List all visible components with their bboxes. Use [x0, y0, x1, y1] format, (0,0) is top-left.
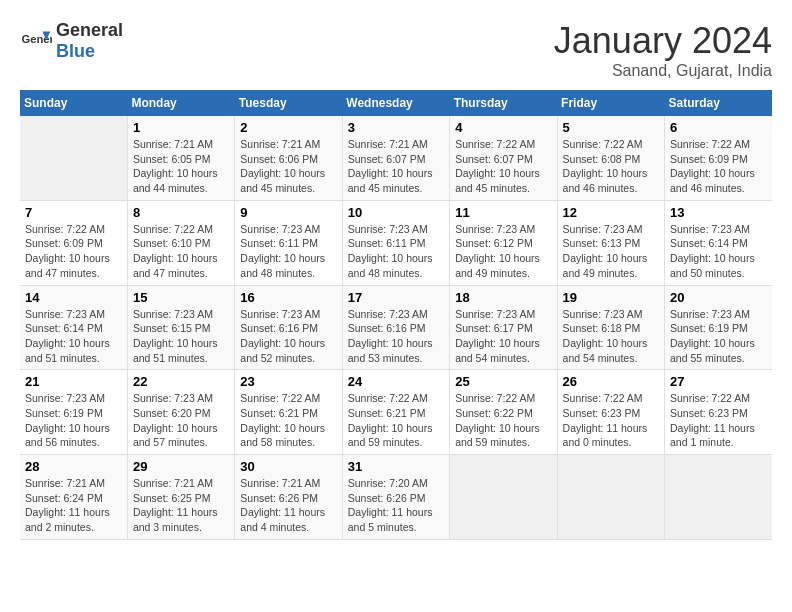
page-header: General General Blue January 2024 Sanand… [20, 20, 772, 80]
weekday-header-sunday: Sunday [20, 90, 127, 116]
calendar-cell: 16Sunrise: 7:23 AM Sunset: 6:16 PM Dayli… [235, 285, 342, 370]
day-info: Sunrise: 7:23 AM Sunset: 6:16 PM Dayligh… [240, 307, 336, 366]
calendar-cell: 23Sunrise: 7:22 AM Sunset: 6:21 PM Dayli… [235, 370, 342, 455]
day-number: 28 [25, 459, 122, 474]
calendar-cell: 13Sunrise: 7:23 AM Sunset: 6:14 PM Dayli… [665, 200, 772, 285]
day-info: Sunrise: 7:21 AM Sunset: 6:05 PM Dayligh… [133, 137, 229, 196]
day-info: Sunrise: 7:23 AM Sunset: 6:14 PM Dayligh… [670, 222, 767, 281]
day-number: 7 [25, 205, 122, 220]
day-number: 2 [240, 120, 336, 135]
day-number: 6 [670, 120, 767, 135]
calendar-cell: 25Sunrise: 7:22 AM Sunset: 6:22 PM Dayli… [450, 370, 557, 455]
day-number: 5 [563, 120, 659, 135]
calendar-cell: 31Sunrise: 7:20 AM Sunset: 6:26 PM Dayli… [342, 455, 449, 540]
day-info: Sunrise: 7:23 AM Sunset: 6:11 PM Dayligh… [240, 222, 336, 281]
day-number: 23 [240, 374, 336, 389]
day-info: Sunrise: 7:22 AM Sunset: 6:23 PM Dayligh… [670, 391, 767, 450]
calendar-cell: 15Sunrise: 7:23 AM Sunset: 6:15 PM Dayli… [127, 285, 234, 370]
day-info: Sunrise: 7:22 AM Sunset: 6:23 PM Dayligh… [563, 391, 659, 450]
calendar-cell: 11Sunrise: 7:23 AM Sunset: 6:12 PM Dayli… [450, 200, 557, 285]
calendar-cell: 21Sunrise: 7:23 AM Sunset: 6:19 PM Dayli… [20, 370, 127, 455]
calendar-cell: 4Sunrise: 7:22 AM Sunset: 6:07 PM Daylig… [450, 116, 557, 200]
day-info: Sunrise: 7:23 AM Sunset: 6:20 PM Dayligh… [133, 391, 229, 450]
calendar-cell: 19Sunrise: 7:23 AM Sunset: 6:18 PM Dayli… [557, 285, 664, 370]
calendar-cell: 10Sunrise: 7:23 AM Sunset: 6:11 PM Dayli… [342, 200, 449, 285]
day-info: Sunrise: 7:23 AM Sunset: 6:19 PM Dayligh… [670, 307, 767, 366]
day-number: 19 [563, 290, 659, 305]
calendar-cell: 14Sunrise: 7:23 AM Sunset: 6:14 PM Dayli… [20, 285, 127, 370]
calendar-cell: 27Sunrise: 7:22 AM Sunset: 6:23 PM Dayli… [665, 370, 772, 455]
calendar-cell [665, 455, 772, 540]
weekday-header-thursday: Thursday [450, 90, 557, 116]
calendar-cell: 6Sunrise: 7:22 AM Sunset: 6:09 PM Daylig… [665, 116, 772, 200]
day-number: 29 [133, 459, 229, 474]
calendar-cell: 7Sunrise: 7:22 AM Sunset: 6:09 PM Daylig… [20, 200, 127, 285]
day-number: 17 [348, 290, 444, 305]
day-number: 31 [348, 459, 444, 474]
location-subtitle: Sanand, Gujarat, India [554, 62, 772, 80]
weekday-header-wednesday: Wednesday [342, 90, 449, 116]
day-info: Sunrise: 7:22 AM Sunset: 6:21 PM Dayligh… [240, 391, 336, 450]
calendar-cell: 26Sunrise: 7:22 AM Sunset: 6:23 PM Dayli… [557, 370, 664, 455]
weekday-header-saturday: Saturday [665, 90, 772, 116]
logo: General General Blue [20, 20, 123, 62]
day-info: Sunrise: 7:23 AM Sunset: 6:17 PM Dayligh… [455, 307, 551, 366]
calendar-cell [557, 455, 664, 540]
day-info: Sunrise: 7:23 AM Sunset: 6:12 PM Dayligh… [455, 222, 551, 281]
calendar-cell: 20Sunrise: 7:23 AM Sunset: 6:19 PM Dayli… [665, 285, 772, 370]
calendar-table: SundayMondayTuesdayWednesdayThursdayFrid… [20, 90, 772, 540]
day-info: Sunrise: 7:23 AM Sunset: 6:13 PM Dayligh… [563, 222, 659, 281]
day-number: 9 [240, 205, 336, 220]
day-info: Sunrise: 7:21 AM Sunset: 6:26 PM Dayligh… [240, 476, 336, 535]
weekday-header-friday: Friday [557, 90, 664, 116]
day-number: 27 [670, 374, 767, 389]
calendar-cell: 3Sunrise: 7:21 AM Sunset: 6:07 PM Daylig… [342, 116, 449, 200]
day-number: 24 [348, 374, 444, 389]
calendar-cell [450, 455, 557, 540]
day-info: Sunrise: 7:21 AM Sunset: 6:24 PM Dayligh… [25, 476, 122, 535]
calendar-cell: 9Sunrise: 7:23 AM Sunset: 6:11 PM Daylig… [235, 200, 342, 285]
day-number: 10 [348, 205, 444, 220]
day-info: Sunrise: 7:22 AM Sunset: 6:08 PM Dayligh… [563, 137, 659, 196]
day-number: 25 [455, 374, 551, 389]
calendar-cell: 30Sunrise: 7:21 AM Sunset: 6:26 PM Dayli… [235, 455, 342, 540]
calendar-cell: 22Sunrise: 7:23 AM Sunset: 6:20 PM Dayli… [127, 370, 234, 455]
day-info: Sunrise: 7:22 AM Sunset: 6:09 PM Dayligh… [670, 137, 767, 196]
day-info: Sunrise: 7:20 AM Sunset: 6:26 PM Dayligh… [348, 476, 444, 535]
weekday-header-row: SundayMondayTuesdayWednesdayThursdayFrid… [20, 90, 772, 116]
calendar-cell: 24Sunrise: 7:22 AM Sunset: 6:21 PM Dayli… [342, 370, 449, 455]
calendar-cell: 28Sunrise: 7:21 AM Sunset: 6:24 PM Dayli… [20, 455, 127, 540]
day-info: Sunrise: 7:23 AM Sunset: 6:11 PM Dayligh… [348, 222, 444, 281]
day-info: Sunrise: 7:23 AM Sunset: 6:16 PM Dayligh… [348, 307, 444, 366]
day-number: 16 [240, 290, 336, 305]
calendar-cell: 18Sunrise: 7:23 AM Sunset: 6:17 PM Dayli… [450, 285, 557, 370]
day-info: Sunrise: 7:21 AM Sunset: 6:25 PM Dayligh… [133, 476, 229, 535]
day-number: 3 [348, 120, 444, 135]
calendar-cell: 29Sunrise: 7:21 AM Sunset: 6:25 PM Dayli… [127, 455, 234, 540]
day-number: 18 [455, 290, 551, 305]
day-number: 20 [670, 290, 767, 305]
logo-blue: Blue [56, 41, 95, 61]
day-info: Sunrise: 7:22 AM Sunset: 6:21 PM Dayligh… [348, 391, 444, 450]
day-number: 11 [455, 205, 551, 220]
title-block: January 2024 Sanand, Gujarat, India [554, 20, 772, 80]
day-info: Sunrise: 7:23 AM Sunset: 6:14 PM Dayligh… [25, 307, 122, 366]
day-info: Sunrise: 7:23 AM Sunset: 6:15 PM Dayligh… [133, 307, 229, 366]
day-info: Sunrise: 7:23 AM Sunset: 6:18 PM Dayligh… [563, 307, 659, 366]
day-info: Sunrise: 7:22 AM Sunset: 6:07 PM Dayligh… [455, 137, 551, 196]
week-row-3: 14Sunrise: 7:23 AM Sunset: 6:14 PM Dayli… [20, 285, 772, 370]
weekday-header-tuesday: Tuesday [235, 90, 342, 116]
day-number: 4 [455, 120, 551, 135]
day-info: Sunrise: 7:22 AM Sunset: 6:09 PM Dayligh… [25, 222, 122, 281]
day-info: Sunrise: 7:22 AM Sunset: 6:22 PM Dayligh… [455, 391, 551, 450]
calendar-cell: 5Sunrise: 7:22 AM Sunset: 6:08 PM Daylig… [557, 116, 664, 200]
logo-icon: General [20, 25, 52, 57]
calendar-cell: 8Sunrise: 7:22 AM Sunset: 6:10 PM Daylig… [127, 200, 234, 285]
day-number: 30 [240, 459, 336, 474]
calendar-cell: 17Sunrise: 7:23 AM Sunset: 6:16 PM Dayli… [342, 285, 449, 370]
day-number: 8 [133, 205, 229, 220]
day-number: 22 [133, 374, 229, 389]
day-info: Sunrise: 7:21 AM Sunset: 6:06 PM Dayligh… [240, 137, 336, 196]
weekday-header-monday: Monday [127, 90, 234, 116]
calendar-cell: 12Sunrise: 7:23 AM Sunset: 6:13 PM Dayli… [557, 200, 664, 285]
